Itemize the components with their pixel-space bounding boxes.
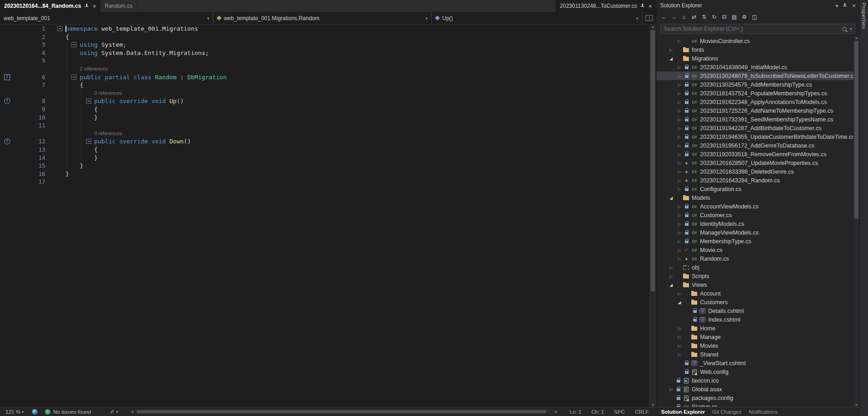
forward-icon[interactable]: → — [669, 13, 678, 21]
code-line[interactable]: 5 — [0, 57, 649, 65]
document-health-indicator[interactable]: ✓ No issues found — [45, 409, 91, 415]
tree-item[interactable]: ▷C#MoviesController.cs — [656, 37, 859, 45]
expand-icon[interactable]: ▷ — [676, 248, 683, 252]
expand-icon[interactable]: ▷ — [676, 117, 683, 122]
tree-item[interactable]: ▷C#MembershipType.cs — [656, 237, 859, 246]
switch-views-icon[interactable]: ⇄ — [689, 13, 699, 21]
codelens-row[interactable]: 0 references — [0, 89, 649, 98]
fold-marker[interactable] — [86, 99, 91, 104]
tree-item[interactable]: ▷C#AccountViewModels.cs — [656, 202, 859, 211]
show-all-files-icon[interactable]: ▤ — [730, 13, 739, 21]
code-line[interactable]: 4 using System.Data.Entity.Migrations; — [0, 49, 649, 57]
close-icon[interactable]: × — [852, 2, 856, 9]
project-dropdown[interactable]: web_template_001 ▾ — [0, 12, 213, 24]
globe-icon[interactable] — [32, 409, 38, 415]
collapse-icon[interactable]: ◢ — [676, 300, 683, 305]
expand-icon[interactable]: ▷ — [676, 291, 683, 296]
codelens-references[interactable]: 0 references — [45, 89, 649, 98]
code-line[interactable]: 1namespace web_template_001.Migrations — [0, 25, 649, 33]
code-line[interactable]: ↑6 public partial class Random : DbMigra… — [0, 73, 649, 82]
search-box[interactable]: ▾ — [660, 24, 856, 34]
glyph-margin[interactable] — [0, 89, 22, 98]
expand-icon[interactable]: ▷ — [676, 100, 683, 104]
tree-item[interactable]: C#Startup.cs — [656, 402, 859, 407]
preview-tab[interactable]: 202301130248...ToCustomer.cs × — [555, 0, 656, 12]
tree-item[interactable]: ▷C#202301191622348_ApplyAnnotationsToMod… — [656, 98, 859, 106]
glyph-margin[interactable] — [0, 33, 22, 41]
tab-migration-random[interactable]: 20230120164...84_Random.cs × — [0, 0, 101, 12]
pin-icon[interactable] — [842, 3, 847, 8]
expand-icon[interactable]: ▷ — [676, 143, 683, 148]
expand-icon[interactable]: ▷ — [676, 213, 683, 218]
tree-item[interactable]: ▷C#202301130254575_AddMembershipType.cs — [656, 80, 859, 89]
fold-marker[interactable] — [57, 26, 62, 31]
tree-item[interactable]: ▷C#ManageViewModels.cs — [656, 228, 859, 237]
tree-item[interactable]: ▷C#202301191725226_AddNameToMembershipTy… — [656, 106, 859, 115]
fold-marker[interactable] — [86, 139, 91, 144]
scroll-down-icon[interactable]: ▼ — [853, 403, 859, 406]
tree-item[interactable]: @_ViewStart.cshtml — [656, 359, 859, 367]
tab-git-changes[interactable]: Git Changes — [712, 409, 742, 415]
tree-item[interactable]: ▷fonts — [656, 45, 859, 54]
expand-icon[interactable]: ▷ — [667, 387, 675, 392]
tree-item[interactable]: @Details.cshtml — [656, 307, 859, 315]
tree-item[interactable]: ▷+C#202301201628507_UpdateMoviePropertie… — [656, 159, 859, 167]
scrollbar-thumb[interactable] — [137, 410, 546, 413]
codelens-row[interactable]: 2 references — [0, 65, 649, 73]
close-icon[interactable]: × — [92, 3, 96, 9]
code-surface[interactable]: 1namespace web_template_001.Migrations2{… — [0, 25, 649, 407]
code-editor[interactable]: 1namespace web_template_001.Migrations2{… — [0, 25, 656, 407]
glyph-margin[interactable]: ↑ — [0, 137, 22, 146]
scrollbar-thumb[interactable] — [651, 30, 655, 291]
refresh-icon[interactable]: ↻ — [710, 13, 719, 21]
tree-item[interactable]: ◢Views — [656, 280, 859, 289]
tree-item[interactable]: ▷C#Configuration.cs — [656, 185, 859, 193]
home-icon[interactable]: ⌂ — [679, 13, 689, 21]
glyph-margin[interactable] — [0, 170, 22, 178]
tree-item[interactable]: ▷Scripts — [656, 272, 859, 280]
tree-item[interactable]: ◢Migrations — [656, 54, 859, 63]
code-line[interactable]: 13 { — [0, 146, 649, 154]
code-line[interactable]: ↑8 public override void Up() — [0, 97, 649, 105]
tree-item[interactable]: ▷C#202301191956172_AddGenreToDatabase.cs — [656, 141, 859, 150]
tree-item[interactable]: ▷Shared — [656, 350, 859, 359]
glyph-margin[interactable]: ↑ — [0, 97, 22, 105]
expand-icon[interactable]: ▷ — [676, 152, 683, 157]
line-ending-indicator[interactable]: CRLF — [635, 409, 649, 415]
tree-item[interactable]: ▷Account — [656, 289, 859, 298]
glyph-margin[interactable] — [0, 105, 22, 114]
tree-item[interactable]: ▷+C#Random.cs — [656, 254, 859, 263]
tree-item[interactable]: ▷C#202301192033518_RemoveGenreFromMovies… — [656, 150, 859, 159]
split-window-icon[interactable] — [646, 15, 653, 21]
tree-item[interactable]: ▷✓C#Movie.cs — [656, 246, 859, 254]
expand-icon[interactable]: ▷ — [676, 39, 683, 44]
member-dropdown[interactable]: Up() ▾ — [432, 12, 642, 24]
pin-icon[interactable] — [640, 3, 645, 9]
glyph-margin[interactable] — [0, 162, 22, 170]
scroll-down-icon[interactable]: ▼ — [650, 403, 656, 406]
column-indicator[interactable]: Ch: 1 — [591, 409, 604, 415]
code-line[interactable]: 11 — [0, 121, 649, 130]
tree-item[interactable]: ▷Manage — [656, 333, 859, 341]
collapse-icon[interactable]: ◢ — [667, 196, 675, 200]
tree-item[interactable]: ◢Models — [656, 193, 859, 202]
scroll-up-icon[interactable]: ▲ — [853, 36, 859, 39]
code-line[interactable]: 7 { — [0, 81, 649, 89]
glyph-margin[interactable] — [0, 154, 22, 162]
code-line[interactable]: 3 using System; — [0, 41, 649, 49]
expand-icon[interactable]: ▷ — [676, 178, 683, 183]
back-icon[interactable]: ← — [659, 13, 668, 21]
glyph-margin[interactable] — [0, 121, 22, 130]
expand-icon[interactable]: ▷ — [676, 135, 683, 139]
type-dropdown[interactable]: web_template_001.Migrations.Random ▾ — [213, 12, 432, 24]
tree-item[interactable]: Web.config — [656, 367, 859, 376]
expand-icon[interactable]: ▷ — [676, 187, 683, 192]
collapse-icon[interactable]: ◢ — [667, 56, 675, 61]
tree-item[interactable]: ▷C#202301191942287_AddBirthdateToCustome… — [656, 124, 859, 132]
codelens-row[interactable]: 0 references — [0, 130, 649, 138]
expand-icon[interactable]: ▷ — [676, 335, 683, 339]
expand-icon[interactable]: ▷ — [667, 274, 675, 279]
tree-item[interactable]: ▷+C#202301201643284_Random.cs — [656, 176, 859, 185]
expand-icon[interactable]: ▷ — [676, 326, 683, 331]
glyph-margin[interactable] — [0, 114, 22, 122]
